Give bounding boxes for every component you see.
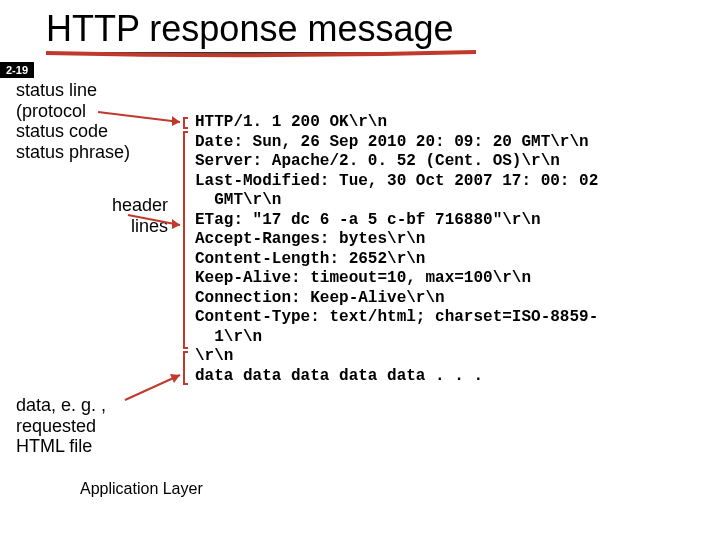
svg-marker-1 [172,116,180,126]
title-underline-accent [46,50,476,58]
svg-marker-3 [172,219,180,229]
footer-text: Application Layer [80,480,203,498]
annotation-status-line: status line (protocol status code status… [16,80,166,163]
annotation-header-lines: header lines [68,195,168,236]
svg-marker-5 [170,374,180,383]
slide-title: HTTP response message [46,8,454,54]
http-response-code: HTTP/1. 1 200 OK\r\n Date: Sun, 26 Sep 2… [195,113,705,386]
annotation-data-body: data, e. g. , requested HTML file [16,395,166,457]
slide-number-badge: 2-19 [0,62,34,78]
